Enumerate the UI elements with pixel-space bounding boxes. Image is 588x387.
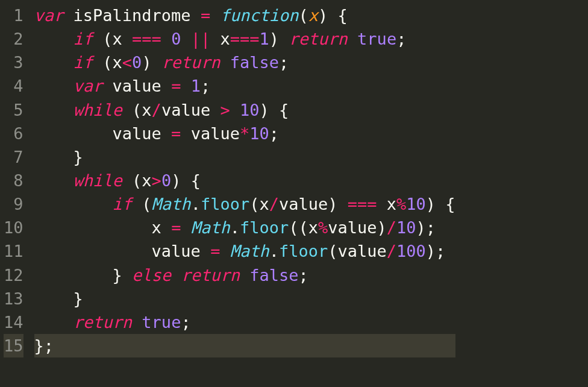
token-id: x <box>152 218 161 237</box>
token-pn: (( <box>289 218 308 237</box>
token-pn <box>63 6 73 25</box>
token-pn <box>210 6 220 25</box>
code-line[interactable]: return true; <box>34 310 455 334</box>
token-pn <box>34 313 74 332</box>
line-number: 10 <box>4 216 23 239</box>
token-pn <box>34 53 74 72</box>
line-number: 15 <box>4 334 23 357</box>
code-line[interactable]: } <box>34 145 455 169</box>
token-bool: true <box>142 313 181 332</box>
token-pn: } <box>34 148 83 166</box>
token-num: 10 <box>406 195 426 213</box>
token-bool: false <box>230 53 279 72</box>
token-op: === <box>348 195 377 213</box>
token-pn <box>34 218 152 237</box>
token-pn: ( <box>328 242 337 260</box>
token-op: = <box>210 242 220 260</box>
token-id: x <box>113 53 122 72</box>
token-op: = <box>171 77 181 95</box>
line-number: 6 <box>4 122 23 145</box>
code-line[interactable]: if (Math.floor(x/value) === x%10) { <box>34 192 455 216</box>
token-pn <box>161 30 171 48</box>
token-pn <box>161 124 171 143</box>
token-op: * <box>240 124 249 143</box>
token-id: value <box>113 77 161 95</box>
token-op: > <box>220 101 230 119</box>
token-id: x <box>113 30 122 48</box>
token-pn: }; <box>34 336 54 355</box>
token-pn: ; <box>181 313 190 332</box>
token-pn <box>181 124 190 143</box>
code-line[interactable]: } else return false; <box>34 263 455 287</box>
token-id: value <box>152 242 201 260</box>
token-kw: return <box>161 53 220 72</box>
token-pn: ) { <box>318 6 348 25</box>
code-line[interactable]: while (x>0) { <box>34 169 455 192</box>
code-line[interactable]: value = value*10; <box>34 122 455 145</box>
token-pn <box>34 101 74 119</box>
token-pn <box>191 6 201 25</box>
code-line[interactable]: var value = 1; <box>34 74 455 98</box>
code-line[interactable]: value = Math.floor(value/100); <box>34 239 455 263</box>
token-call: floor <box>240 218 289 237</box>
token-num: 10 <box>396 218 416 237</box>
token-pn <box>34 124 113 143</box>
code-line[interactable]: while (x/value > 10) { <box>34 98 455 122</box>
token-num: 1 <box>260 30 269 48</box>
token-id: x <box>308 218 318 237</box>
token-pn: } <box>34 266 133 285</box>
token-num: 0 <box>132 53 142 72</box>
token-pn: ) { <box>259 101 289 119</box>
token-op: / <box>387 242 396 260</box>
code-line[interactable]: var isPalindrome = function(x) { <box>34 4 455 27</box>
code-line[interactable]: }; <box>34 334 455 357</box>
token-kw: return <box>181 266 240 285</box>
token-pn: ( <box>122 171 142 190</box>
token-pn: ) { <box>171 171 201 190</box>
token-pn: . <box>191 195 201 213</box>
token-num: 0 <box>161 171 171 190</box>
code-line[interactable]: x = Math.floor((x%value)/10); <box>34 216 455 239</box>
line-number: 9 <box>4 192 23 216</box>
token-num: 1 <box>191 77 201 95</box>
token-pn: ) <box>142 53 161 72</box>
token-cls: Math <box>152 195 191 213</box>
token-pn <box>210 30 220 48</box>
token-pn <box>210 101 220 119</box>
token-pn: ; <box>269 124 279 143</box>
line-number: 2 <box>4 27 23 51</box>
token-op: === <box>230 30 260 48</box>
code-area[interactable]: var isPalindrome = function(x) { if (x =… <box>30 0 455 361</box>
token-id: x <box>220 30 230 48</box>
token-op: < <box>122 53 132 72</box>
token-pn: ( <box>249 195 259 213</box>
code-line[interactable]: } <box>34 287 455 310</box>
token-pn <box>348 30 357 48</box>
line-number: 5 <box>4 98 23 122</box>
token-kw: if <box>74 30 93 48</box>
token-pn <box>220 53 230 72</box>
token-id: value <box>113 124 161 143</box>
token-pn: . <box>269 242 279 260</box>
token-id: value <box>279 195 328 213</box>
token-id: value <box>161 101 210 119</box>
token-pn <box>240 266 249 285</box>
code-line[interactable]: if (x === 0 || x===1) return true; <box>34 27 455 51</box>
token-pn: ) <box>269 30 289 48</box>
token-id: x <box>142 101 151 119</box>
token-pn <box>377 195 387 213</box>
token-kw: else <box>132 266 171 285</box>
line-number: 12 <box>4 263 23 287</box>
token-pn: ) <box>328 195 348 213</box>
token-id: x <box>142 171 151 190</box>
token-id: x <box>387 195 396 213</box>
token-pn <box>34 77 74 95</box>
line-number: 11 <box>4 239 23 263</box>
code-line[interactable]: if (x<0) return false; <box>34 51 455 74</box>
token-pn: ( <box>93 53 113 72</box>
code-editor[interactable]: 123456789101112131415 var isPalindrome =… <box>0 0 588 361</box>
token-op: / <box>387 218 396 237</box>
token-cls: function <box>220 6 298 25</box>
token-pn <box>181 30 190 48</box>
token-pn: ) { <box>426 195 455 213</box>
